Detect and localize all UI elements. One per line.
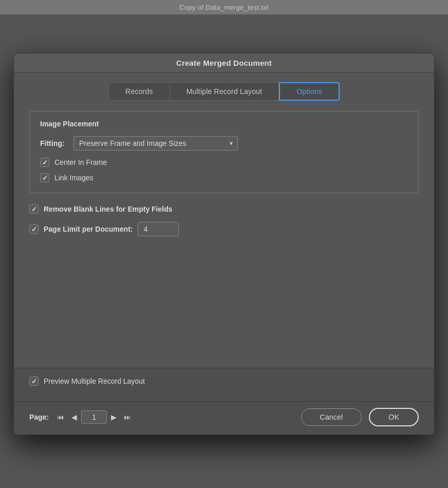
spacer (29, 245, 419, 358)
page-limit-row: Page Limit per Document: (29, 222, 419, 236)
page-limit-checkbox[interactable] (29, 224, 39, 234)
remove-blank-lines-label: Remove Blank Lines for Empty Fields (44, 205, 173, 213)
page-first-button[interactable]: ⏮ (54, 411, 67, 423)
link-images-label: Link Images (54, 174, 93, 182)
fitting-select[interactable]: Preserve Frame and Image Sizes (73, 136, 238, 151)
tab-multiple-record-layout[interactable]: Multiple Record Layout (170, 82, 279, 101)
dialog-tabs: Records Multiple Record Layout Options (14, 73, 434, 101)
page-limit-label: Page Limit per Document: (44, 225, 133, 233)
dialog-main-content: Image Placement Fitting: Preserve Frame … (14, 101, 434, 368)
center-in-frame-checkbox[interactable] (40, 158, 49, 167)
image-placement-section: Image Placement Fitting: Preserve Frame … (29, 111, 419, 193)
preview-checkbox[interactable] (29, 377, 39, 386)
tab-records[interactable]: Records (108, 82, 170, 101)
preview-row: Preview Multiple Record Layout (29, 377, 145, 386)
fitting-select-wrapper: Preserve Frame and Image Sizes (73, 136, 238, 151)
footer-right: Cancel OK (301, 408, 419, 426)
page-label: Page: (29, 413, 49, 421)
image-placement-title: Image Placement (40, 120, 408, 128)
dialog-wrapper: Copy of Data_merge_test.txt Create Merge… (0, 0, 448, 488)
link-images-checkbox[interactable] (40, 173, 49, 182)
page-last-button[interactable]: ⏭ (121, 411, 134, 423)
dialog-footer: Preview Multiple Record Layout (14, 368, 434, 401)
center-in-frame-row: Center In Frame (40, 158, 408, 167)
fitting-label: Fitting: (40, 139, 68, 147)
cancel-button[interactable]: Cancel (301, 408, 362, 426)
page-prev-button[interactable]: ◀ (68, 411, 80, 423)
fitting-row: Fitting: Preserve Frame and Image Sizes (40, 136, 408, 151)
page-controls: Page: ⏮ ◀ ▶ ⏭ (29, 410, 134, 424)
title-bar-behind: Copy of Data_merge_test.txt (0, 0, 448, 14)
dialog: Create Merged Document Records Multiple … (13, 53, 435, 435)
page-next-button[interactable]: ▶ (108, 411, 120, 423)
footer-left: Preview Multiple Record Layout (29, 377, 145, 393)
ok-button[interactable]: OK (369, 408, 419, 426)
preview-label: Preview Multiple Record Layout (44, 377, 145, 385)
center-in-frame-label: Center In Frame (54, 158, 107, 166)
remove-blank-lines-checkbox[interactable] (29, 204, 39, 214)
page-number-input[interactable] (81, 410, 107, 424)
tab-options[interactable]: Options (279, 82, 340, 101)
footer-bottom: Page: ⏮ ◀ ▶ ⏭ Cancel OK (14, 401, 434, 435)
remove-blank-lines-row: Remove Blank Lines for Empty Fields (29, 204, 419, 214)
link-images-row: Link Images (40, 173, 408, 182)
dialog-title: Create Merged Document (14, 53, 434, 73)
page-limit-input[interactable] (138, 222, 179, 236)
